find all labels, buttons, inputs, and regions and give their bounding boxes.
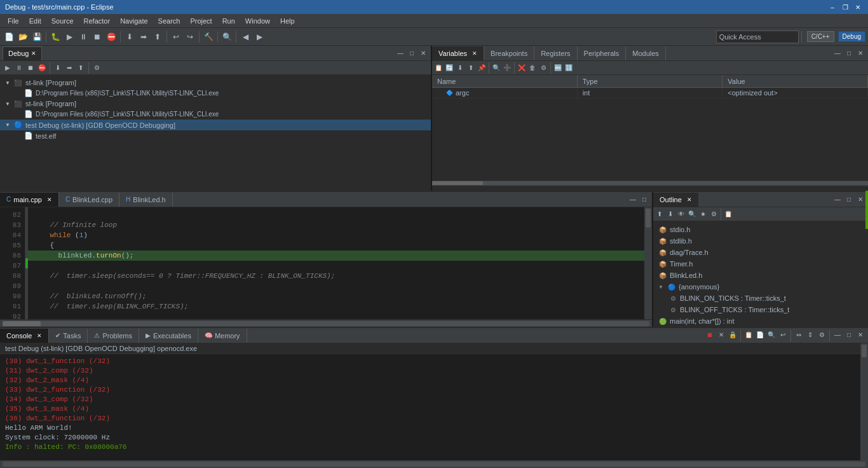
debug-panel-close[interactable]: ✕ <box>418 48 428 59</box>
outline-btn-copy[interactable]: 📋 <box>723 209 733 219</box>
outline-close[interactable]: ✕ <box>855 195 865 205</box>
console-rows[interactable]: ⇕ <box>805 330 815 340</box>
outline-btn-hide[interactable]: 👁 <box>676 209 686 219</box>
var-row-argc[interactable]: 🔷 argc int <optimized out> <box>432 88 868 99</box>
outline-item-stdlib[interactable]: 📦 stdlib.h <box>653 235 868 247</box>
quick-access-field[interactable]: Quick Access <box>716 31 799 43</box>
editor-minimize[interactable]: — <box>628 195 638 205</box>
menu-navigate[interactable]: Navigate <box>115 16 153 26</box>
toolbar-open[interactable]: 📂 <box>17 31 29 43</box>
debug-tab[interactable]: Debug ✕ <box>3 46 42 60</box>
var-toolbar-btn7[interactable]: ➕ <box>502 63 512 73</box>
var-scrollbar-h[interactable] <box>432 181 868 186</box>
outline-btn-filter[interactable]: 🔍 <box>687 209 697 219</box>
var-toolbar-btn1[interactable]: 📋 <box>433 63 444 73</box>
tab-blinkled-cpp[interactable]: C BlinkLed.cpp <box>59 193 119 207</box>
console-scrollbar-h[interactable] <box>0 460 868 468</box>
debug-panel-maximize[interactable]: □ <box>407 48 417 59</box>
toolbar-back[interactable]: ◀ <box>239 31 252 43</box>
debug-disconnect-btn[interactable]: ⛔ <box>37 63 47 73</box>
editor-scrollbar-h[interactable] <box>0 319 652 327</box>
var-toolbar-btn12[interactable]: 🔢 <box>564 63 574 73</box>
toolbar-step-over[interactable]: ➡ <box>137 31 150 43</box>
var-toolbar-btn4[interactable]: ⬆ <box>466 63 476 73</box>
var-toolbar-btn9[interactable]: 🗑 <box>527 63 538 73</box>
outline-minimize[interactable]: — <box>832 195 843 205</box>
editor-scrollbar-v[interactable] <box>644 207 652 319</box>
menu-edit[interactable]: Edit <box>24 16 46 26</box>
toolbar-undo[interactable]: ↩ <box>170 31 182 43</box>
tab-modules[interactable]: Modules <box>626 46 666 60</box>
toolbar-forward[interactable]: ▶ <box>253 31 266 43</box>
var-toolbar-btn3[interactable]: ⬇ <box>455 63 465 73</box>
tab-console[interactable]: Console ✕ <box>0 329 49 343</box>
outline-item-trace[interactable]: 📦 diag/Trace.h <box>653 247 868 258</box>
toolbar-save[interactable]: 💾 <box>31 31 43 43</box>
toolbar-step-into[interactable]: ⬇ <box>123 31 136 43</box>
outline-btn-star[interactable]: ★ <box>698 209 708 219</box>
outline-tab-close[interactable]: ✕ <box>687 196 692 203</box>
console-copy[interactable]: 📋 <box>743 330 754 340</box>
variables-tab-close[interactable]: ✕ <box>472 50 477 57</box>
editor-h-thumb[interactable] <box>3 321 41 326</box>
h-scroll-thumb[interactable] <box>432 181 483 185</box>
tree-item-debug[interactable]: ▼ 🔵 test Debug (st-link) [GDB OpenOCD De… <box>0 120 431 130</box>
menu-project[interactable]: Project <box>185 16 217 26</box>
toolbar-pause[interactable]: ⏸ <box>77 31 90 43</box>
tree-item[interactable]: ▼ ⬛ st-link [Program] <box>0 99 431 109</box>
toolbar-build[interactable]: 🔨 <box>202 31 215 43</box>
console-paste[interactable]: 📄 <box>755 330 765 340</box>
var-toolbar-btn5[interactable]: 📌 <box>477 63 487 73</box>
tab-breakpoints[interactable]: Breakpoints <box>484 46 534 60</box>
toolbar-run[interactable]: ▶ <box>63 31 76 43</box>
outline-item-blink-off[interactable]: ⚙ BLINK_OFF_TICKS : Timer::ticks_t <box>653 304 868 315</box>
console-scroll-lock[interactable]: 🔒 <box>728 330 738 340</box>
console-word-wrap[interactable]: ↩ <box>778 330 788 340</box>
tab-peripherals[interactable]: Peripherals <box>578 46 627 60</box>
toolbar-disconnect[interactable]: ⛔ <box>105 31 118 43</box>
console-h-track[interactable] <box>3 462 865 467</box>
outline-item-timer[interactable]: 📦 Timer.h <box>653 258 868 270</box>
var-toolbar-btn8[interactable]: ❌ <box>517 63 527 73</box>
console-find[interactable]: 🔍 <box>766 330 776 340</box>
console-scrollbar-v[interactable] <box>860 343 868 460</box>
tab-memory[interactable]: 🧠 Memory <box>198 329 247 343</box>
outline-item-stdio[interactable]: 📦 stdio.h <box>653 224 868 235</box>
tree-item[interactable]: 📄 D:\Program Files (x86)\ST_Link\ST-LINK… <box>0 109 431 120</box>
console-close[interactable]: ✕ <box>855 330 865 340</box>
tab-blinkled-h[interactable]: H BlinkLed.h <box>119 193 173 207</box>
outline-maximize[interactable]: □ <box>844 195 854 205</box>
minimize-button[interactable]: – <box>827 2 837 12</box>
debug-properties-btn[interactable]: ⚙ <box>92 63 102 73</box>
var-toolbar-btn2[interactable]: 🔄 <box>444 63 454 73</box>
debug-stepinto-btn[interactable]: ⬇ <box>53 63 63 73</box>
console-clear[interactable]: ✕ <box>716 330 726 340</box>
outline-tab[interactable]: Outline ✕ <box>653 193 698 207</box>
menu-search[interactable]: Search <box>153 16 186 26</box>
tree-item[interactable]: ▼ ⬛ st-link [Program] <box>0 78 431 88</box>
perspective-debug-btn[interactable]: Debug <box>838 31 865 42</box>
toolbar-search-global[interactable]: 🔍 <box>220 31 233 43</box>
var-toolbar-btn10[interactable]: ⚙ <box>538 63 548 73</box>
outline-item-blink-on[interactable]: ⚙ BLINK_ON_TICKS : Timer::ticks_t <box>653 292 868 304</box>
toolbar-new[interactable]: 📄 <box>3 31 15 43</box>
var-panel-minimize[interactable]: — <box>832 48 843 59</box>
console-cols[interactable]: ⇔ <box>794 330 804 340</box>
tab-problems[interactable]: ⚠ Problems <box>88 329 139 343</box>
outline-btn-sort[interactable]: ⬇ <box>665 209 675 219</box>
menu-refactor[interactable]: Refactor <box>79 16 116 26</box>
outline-item-blinkled[interactable]: 📦 BlinkLed.h <box>653 270 868 281</box>
menu-help[interactable]: Help <box>275 16 300 26</box>
outline-btn-collapse[interactable]: ⬆ <box>654 209 665 219</box>
debug-tab-close[interactable]: ✕ <box>31 50 36 57</box>
var-toolbar-btn6[interactable]: 🔍 <box>491 63 501 73</box>
h-scroll-track[interactable] <box>432 181 868 185</box>
console-maximize[interactable]: □ <box>844 330 854 340</box>
outline-item-anonymous[interactable]: ▼ 🔵 {anonymous} <box>653 281 868 292</box>
tree-item[interactable]: 📄 D:\Program Files (x86)\ST_Link\ST-LINK… <box>0 88 431 99</box>
toolbar-debug[interactable]: 🐛 <box>49 31 62 43</box>
tab-registers[interactable]: Registers <box>534 46 577 60</box>
editor-scroll-thumb[interactable] <box>646 209 651 228</box>
console-settings[interactable]: ⚙ <box>817 330 827 340</box>
menu-window[interactable]: Window <box>240 16 275 26</box>
